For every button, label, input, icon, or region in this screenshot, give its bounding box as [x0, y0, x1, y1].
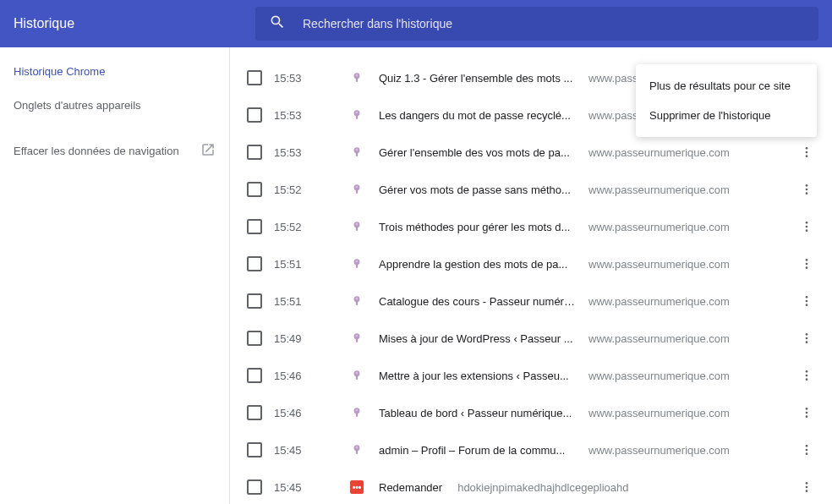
row-time: 15:46 [274, 370, 350, 382]
row-title[interactable]: Quiz 1.3 - Gérer l'ensemble des mots ... [379, 72, 575, 85]
history-row: 15:45admin – Profil – Forum de la commu.… [230, 431, 832, 468]
svg-point-28 [356, 335, 359, 337]
svg-point-36 [356, 409, 359, 412]
row-time: 15:45 [274, 444, 350, 457]
more-actions-button[interactable] [796, 142, 817, 162]
svg-point-13 [806, 184, 808, 187]
context-menu-item[interactable]: Supprimer de l'historique [636, 101, 817, 130]
page-title: Historique [14, 16, 242, 31]
row-time: 15:52 [274, 184, 350, 196]
history-row: 15:46Tableau de bord ‹ Passeur numérique… [230, 394, 832, 431]
row-title[interactable]: admin – Profil – Forum de la commu... [379, 444, 575, 457]
svg-point-11 [806, 155, 808, 157]
row-domain[interactable]: www.passeurnumerique.com [588, 332, 796, 345]
row-domain[interactable]: www.passeurnumerique.com [588, 295, 796, 308]
row-domain[interactable]: www.passeurnumerique.com [588, 221, 796, 233]
row-title[interactable]: Mises à jour de WordPress ‹ Passeur ... [379, 332, 575, 345]
row-domain[interactable]: www.passeurnumerique.com [588, 444, 796, 457]
svg-point-35 [806, 378, 808, 381]
svg-point-45 [806, 486, 808, 489]
row-domain[interactable]: www.passeurnumerique.com [588, 407, 796, 419]
more-actions-button[interactable] [796, 291, 817, 311]
row-checkbox[interactable] [247, 145, 262, 160]
more-vert-icon [800, 369, 813, 382]
svg-point-25 [806, 296, 808, 299]
search-input[interactable] [303, 17, 805, 30]
history-row: 15:53Gérer l'ensemble des vos mots de pa… [230, 134, 832, 171]
row-domain[interactable]: www.passeurnumerique.com [588, 258, 796, 271]
row-domain[interactable]: www.passeurnumerique.com [588, 370, 796, 382]
row-title[interactable]: Gérer l'ensemble des vos mots de pa... [379, 146, 575, 159]
row-title[interactable]: Apprendre la gestion des mots de pa... [379, 258, 575, 271]
history-row: 15:49Mises à jour de WordPress ‹ Passeur… [230, 320, 832, 357]
row-title[interactable]: Les dangers du mot de passe recyclé... [379, 109, 575, 122]
more-actions-button[interactable] [796, 179, 817, 200]
more-actions-button[interactable] [796, 216, 817, 237]
more-actions-button[interactable] [796, 440, 817, 460]
context-menu-item[interactable]: Plus de résultats pour ce site [636, 71, 817, 101]
svg-point-19 [806, 229, 808, 232]
more-vert-icon [800, 145, 813, 159]
row-checkbox[interactable] [247, 405, 262, 420]
row-checkbox[interactable] [247, 368, 262, 383]
site-favicon-icon [350, 443, 364, 457]
svg-point-23 [806, 266, 808, 269]
svg-point-8 [356, 149, 359, 151]
more-actions-button[interactable] [796, 365, 817, 386]
row-checkbox[interactable] [247, 479, 262, 495]
sidebar-item[interactable]: Historique Chrome [0, 54, 229, 88]
svg-point-9 [806, 147, 808, 150]
more-vert-icon [800, 257, 813, 271]
more-actions-button[interactable] [796, 403, 817, 423]
more-actions-button[interactable] [796, 328, 817, 348]
row-title[interactable]: Catalogue des cours - Passeur numéri... [379, 295, 575, 308]
sidebar-item-label: Historique Chrome [14, 65, 105, 78]
site-favicon-icon [350, 294, 364, 308]
svg-point-4 [356, 112, 359, 114]
row-title[interactable]: Tableau de bord ‹ Passeur numérique... [379, 407, 575, 419]
history-row: 15:52Trois méthodes pour gérer les mots … [230, 208, 832, 245]
row-checkbox[interactable] [247, 70, 262, 85]
more-vert-icon [800, 443, 813, 457]
svg-point-10 [806, 151, 808, 154]
site-favicon-icon [350, 108, 364, 122]
row-domain[interactable]: www.passeurnumerique.com [588, 184, 796, 196]
svg-point-0 [356, 74, 359, 77]
sidebar: Historique ChromeOnglets d'autres appare… [0, 47, 230, 504]
row-checkbox[interactable] [247, 107, 262, 123]
more-vert-icon [800, 331, 813, 345]
row-title[interactable]: Mettre à jour les extensions ‹ Passeu... [379, 370, 575, 382]
row-checkbox[interactable] [247, 219, 262, 234]
svg-point-17 [806, 222, 808, 224]
svg-point-29 [806, 333, 808, 336]
history-row: 15:52Gérer vos mots de passe sans métho.… [230, 171, 832, 208]
sidebar-item[interactable]: Effacer les données de navigation [0, 132, 229, 170]
svg-point-40 [356, 446, 359, 449]
row-title[interactable]: Redemanderhdokiejnpimakedhajhdlcegeplioa… [379, 481, 796, 494]
row-time: 15:49 [274, 332, 350, 345]
row-title[interactable]: Trois méthodes pour gérer les mots d... [379, 221, 575, 233]
history-row: 15:51Catalogue des cours - Passeur numér… [230, 282, 832, 320]
site-favicon-icon [350, 369, 364, 382]
history-row: 15:46Mettre à jour les extensions ‹ Pass… [230, 357, 832, 394]
site-favicon-icon [350, 183, 364, 196]
more-actions-button[interactable] [796, 477, 817, 497]
svg-point-42 [806, 449, 808, 452]
row-domain[interactable]: www.passeurnumerique.com [588, 146, 796, 159]
row-checkbox[interactable] [247, 442, 262, 457]
sidebar-item[interactable]: Onglets d'autres appareils [0, 88, 229, 122]
row-title[interactable]: Gérer vos mots de passe sans métho... [379, 184, 575, 196]
row-checkbox[interactable] [247, 182, 262, 197]
row-checkbox[interactable] [247, 331, 262, 346]
more-vert-icon [800, 480, 813, 494]
row-time: 15:46 [274, 407, 350, 419]
row-checkbox[interactable] [247, 293, 262, 309]
row-checkbox[interactable] [247, 256, 262, 271]
svg-point-31 [806, 341, 808, 343]
svg-point-22 [806, 263, 808, 266]
svg-point-21 [806, 259, 808, 261]
more-vert-icon [800, 406, 813, 419]
search-bar[interactable] [255, 7, 818, 41]
more-actions-button[interactable] [796, 254, 817, 274]
svg-point-15 [806, 192, 808, 194]
